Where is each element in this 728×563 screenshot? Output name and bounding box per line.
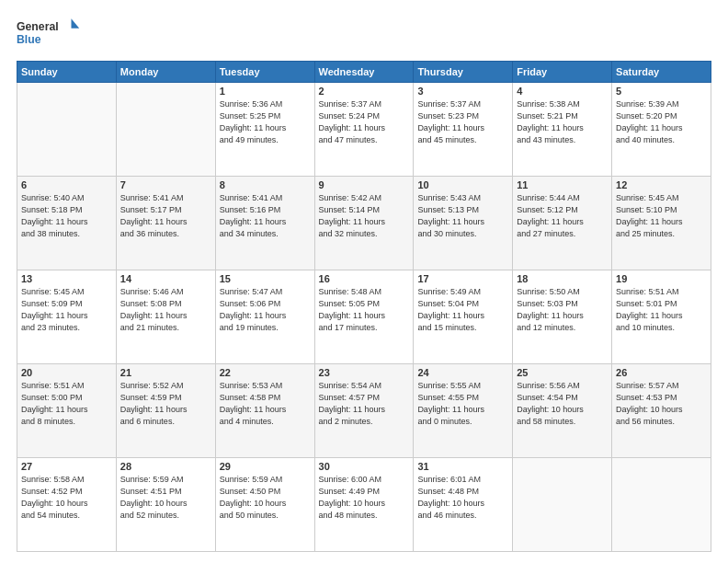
week-row-4: 20Sunrise: 5:51 AM Sunset: 5:00 PM Dayli… [17, 364, 711, 458]
day-number: 21 [120, 367, 211, 378]
day-info: Sunrise: 5:37 AM Sunset: 5:24 PM Dayligh… [319, 98, 410, 146]
svg-text:General: General [17, 20, 59, 33]
day-info: Sunrise: 5:59 AM Sunset: 4:51 PM Dayligh… [120, 474, 211, 522]
day-number: 28 [120, 461, 211, 472]
day-cell: 7Sunrise: 5:41 AM Sunset: 5:17 PM Daylig… [116, 177, 215, 270]
day-cell: 31Sunrise: 6:01 AM Sunset: 4:48 PM Dayli… [414, 458, 513, 552]
day-number: 23 [319, 367, 410, 378]
day-cell: 6Sunrise: 5:40 AM Sunset: 5:18 PM Daylig… [17, 177, 117, 270]
day-info: Sunrise: 5:59 AM Sunset: 4:50 PM Dayligh… [220, 474, 311, 522]
week-row-2: 6Sunrise: 5:40 AM Sunset: 5:18 PM Daylig… [17, 177, 711, 270]
day-number: 20 [21, 367, 112, 378]
day-info: Sunrise: 5:51 AM Sunset: 5:00 PM Dayligh… [21, 380, 112, 428]
day-cell: 27Sunrise: 5:58 AM Sunset: 4:52 PM Dayli… [17, 458, 117, 552]
day-number: 11 [517, 179, 608, 190]
day-cell: 16Sunrise: 5:48 AM Sunset: 5:05 PM Dayli… [314, 270, 414, 364]
day-cell: 20Sunrise: 5:51 AM Sunset: 5:00 PM Dayli… [17, 364, 117, 458]
day-number: 4 [517, 86, 608, 97]
week-row-5: 27Sunrise: 5:58 AM Sunset: 4:52 PM Dayli… [17, 458, 711, 552]
day-number: 31 [417, 461, 508, 472]
day-number: 25 [517, 367, 608, 378]
weekday-header-friday: Friday [513, 62, 612, 83]
day-info: Sunrise: 5:40 AM Sunset: 5:18 PM Dayligh… [21, 192, 112, 240]
day-info: Sunrise: 5:48 AM Sunset: 5:05 PM Dayligh… [319, 286, 410, 334]
day-cell: 28Sunrise: 5:59 AM Sunset: 4:51 PM Dayli… [116, 458, 215, 552]
day-info: Sunrise: 6:01 AM Sunset: 4:48 PM Dayligh… [417, 474, 508, 522]
day-cell: 1Sunrise: 5:36 AM Sunset: 5:25 PM Daylig… [215, 83, 314, 177]
svg-text:Blue: Blue [17, 33, 41, 46]
weekday-header-wednesday: Wednesday [314, 62, 414, 83]
day-cell: 3Sunrise: 5:37 AM Sunset: 5:23 PM Daylig… [414, 83, 513, 177]
day-number: 3 [417, 86, 508, 97]
day-cell: 15Sunrise: 5:47 AM Sunset: 5:06 PM Dayli… [215, 270, 314, 364]
day-number: 22 [220, 367, 311, 378]
day-info: Sunrise: 5:36 AM Sunset: 5:25 PM Dayligh… [220, 98, 311, 146]
day-number: 27 [21, 461, 112, 472]
day-cell: 5Sunrise: 5:39 AM Sunset: 5:20 PM Daylig… [612, 83, 711, 177]
day-info: Sunrise: 5:43 AM Sunset: 5:13 PM Dayligh… [417, 192, 508, 240]
weekday-header-tuesday: Tuesday [215, 62, 314, 83]
day-cell: 9Sunrise: 5:42 AM Sunset: 5:14 PM Daylig… [314, 177, 414, 270]
day-cell [17, 83, 117, 177]
day-info: Sunrise: 5:57 AM Sunset: 4:53 PM Dayligh… [616, 380, 707, 428]
day-info: Sunrise: 5:45 AM Sunset: 5:09 PM Dayligh… [21, 286, 112, 334]
header: General Blue [17, 15, 711, 52]
day-number: 24 [417, 367, 508, 378]
weekday-header-saturday: Saturday [612, 62, 711, 83]
calendar-table: SundayMondayTuesdayWednesdayThursdayFrid… [17, 61, 711, 552]
day-cell: 2Sunrise: 5:37 AM Sunset: 5:24 PM Daylig… [314, 83, 414, 177]
day-number: 14 [120, 273, 211, 284]
day-number: 29 [220, 461, 311, 472]
day-info: Sunrise: 6:00 AM Sunset: 4:49 PM Dayligh… [319, 474, 410, 522]
calendar-page: General Blue SundayMondayTuesdayWednesda… [0, 0, 728, 563]
day-info: Sunrise: 5:47 AM Sunset: 5:06 PM Dayligh… [220, 286, 311, 334]
day-info: Sunrise: 5:54 AM Sunset: 4:57 PM Dayligh… [319, 380, 410, 428]
svg-marker-2 [72, 18, 80, 29]
day-number: 1 [220, 86, 311, 97]
day-cell: 23Sunrise: 5:54 AM Sunset: 4:57 PM Dayli… [314, 364, 414, 458]
day-number: 15 [220, 273, 311, 284]
day-cell: 17Sunrise: 5:49 AM Sunset: 5:04 PM Dayli… [414, 270, 513, 364]
day-info: Sunrise: 5:50 AM Sunset: 5:03 PM Dayligh… [517, 286, 608, 334]
day-cell: 14Sunrise: 5:46 AM Sunset: 5:08 PM Dayli… [116, 270, 215, 364]
day-info: Sunrise: 5:37 AM Sunset: 5:23 PM Dayligh… [417, 98, 508, 146]
day-number: 13 [21, 273, 112, 284]
day-info: Sunrise: 5:52 AM Sunset: 4:59 PM Dayligh… [120, 380, 211, 428]
day-number: 7 [120, 179, 211, 190]
day-number: 2 [319, 86, 410, 97]
day-number: 17 [417, 273, 508, 284]
day-number: 16 [319, 273, 410, 284]
weekday-header-row: SundayMondayTuesdayWednesdayThursdayFrid… [17, 62, 711, 83]
day-number: 26 [616, 367, 707, 378]
day-cell: 29Sunrise: 5:59 AM Sunset: 4:50 PM Dayli… [215, 458, 314, 552]
day-info: Sunrise: 5:42 AM Sunset: 5:14 PM Dayligh… [319, 192, 410, 240]
day-cell: 25Sunrise: 5:56 AM Sunset: 4:54 PM Dayli… [513, 364, 612, 458]
day-number: 19 [616, 273, 707, 284]
day-info: Sunrise: 5:41 AM Sunset: 5:16 PM Dayligh… [220, 192, 311, 240]
day-cell: 4Sunrise: 5:38 AM Sunset: 5:21 PM Daylig… [513, 83, 612, 177]
day-cell: 12Sunrise: 5:45 AM Sunset: 5:10 PM Dayli… [612, 177, 711, 270]
logo: General Blue [17, 15, 83, 52]
week-row-3: 13Sunrise: 5:45 AM Sunset: 5:09 PM Dayli… [17, 270, 711, 364]
day-info: Sunrise: 5:58 AM Sunset: 4:52 PM Dayligh… [21, 474, 112, 522]
day-cell: 8Sunrise: 5:41 AM Sunset: 5:16 PM Daylig… [215, 177, 314, 270]
day-info: Sunrise: 5:56 AM Sunset: 4:54 PM Dayligh… [517, 380, 608, 428]
day-info: Sunrise: 5:45 AM Sunset: 5:10 PM Dayligh… [616, 192, 707, 240]
day-info: Sunrise: 5:55 AM Sunset: 4:55 PM Dayligh… [417, 380, 508, 428]
day-number: 30 [319, 461, 410, 472]
day-cell: 10Sunrise: 5:43 AM Sunset: 5:13 PM Dayli… [414, 177, 513, 270]
day-cell: 18Sunrise: 5:50 AM Sunset: 5:03 PM Dayli… [513, 270, 612, 364]
day-info: Sunrise: 5:49 AM Sunset: 5:04 PM Dayligh… [417, 286, 508, 334]
day-number: 5 [616, 86, 707, 97]
weekday-header-thursday: Thursday [414, 62, 513, 83]
week-row-1: 1Sunrise: 5:36 AM Sunset: 5:25 PM Daylig… [17, 83, 711, 177]
day-cell: 30Sunrise: 6:00 AM Sunset: 4:49 PM Dayli… [314, 458, 414, 552]
day-cell: 19Sunrise: 5:51 AM Sunset: 5:01 PM Dayli… [612, 270, 711, 364]
day-info: Sunrise: 5:41 AM Sunset: 5:17 PM Dayligh… [120, 192, 211, 240]
day-cell [116, 83, 215, 177]
day-cell: 11Sunrise: 5:44 AM Sunset: 5:12 PM Dayli… [513, 177, 612, 270]
day-info: Sunrise: 5:39 AM Sunset: 5:20 PM Dayligh… [616, 98, 707, 146]
logo-icon: General Blue [17, 15, 81, 52]
day-number: 10 [417, 179, 508, 190]
day-info: Sunrise: 5:53 AM Sunset: 4:58 PM Dayligh… [220, 380, 311, 428]
